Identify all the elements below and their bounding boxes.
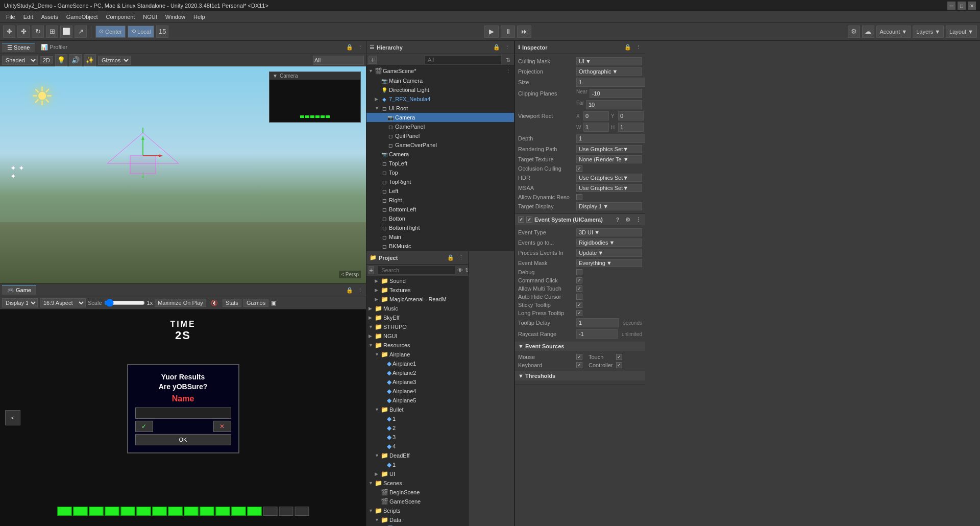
- proj-deadeff1[interactable]: ◆ 1: [366, 460, 468, 469]
- occlusion-checkbox[interactable]: [576, 165, 582, 172]
- proj-music[interactable]: ▶📁 Music: [366, 304, 468, 313]
- transform-tool[interactable]: ↗: [75, 26, 87, 38]
- event-mask-value[interactable]: Everything ▼: [576, 259, 642, 267]
- maximize-button[interactable]: Maximize On Play: [155, 299, 206, 307]
- step-button[interactable]: ⏭: [517, 26, 531, 38]
- center-button[interactable]: ⊙ Center: [95, 26, 126, 38]
- debug-checkbox[interactable]: [576, 269, 582, 275]
- stats-button[interactable]: Stats: [223, 299, 241, 307]
- gizmos-game-button[interactable]: Gizmos: [243, 299, 268, 307]
- dynamic-reso-checkbox[interactable]: [576, 194, 582, 200]
- rendering-path-value[interactable]: Use Graphics Set▼: [576, 145, 642, 153]
- hierarchy-filter-icon[interactable]: ⇅: [504, 56, 512, 64]
- audio-icon[interactable]: 🔊: [69, 54, 82, 66]
- tooltip-delay-input[interactable]: 1: [576, 318, 619, 327]
- menu-help[interactable]: Help: [189, 13, 209, 21]
- tree-right[interactable]: ◻ Right: [366, 196, 514, 205]
- tree-ui-root[interactable]: ▼ ◻ UI Root: [366, 104, 514, 113]
- mute-icon[interactable]: 🔇: [208, 299, 220, 307]
- project-search[interactable]: [378, 266, 455, 275]
- tree-bkmusic[interactable]: ◻ BKMusic: [366, 242, 514, 251]
- tree-topleft[interactable]: ◻ TopLeft: [366, 159, 514, 168]
- w-input[interactable]: 1: [583, 123, 609, 132]
- tree-rfx-nebula[interactable]: ▶ ◆ 7_RFX_Nebula4: [366, 94, 514, 104]
- hierarchy-search[interactable]: [424, 55, 502, 64]
- tree-topright[interactable]: ◻ TopRight: [366, 177, 514, 186]
- near-input[interactable]: -10: [590, 89, 642, 98]
- hand-tool[interactable]: ✥: [3, 26, 15, 38]
- sticky-tooltip-checkbox[interactable]: [576, 302, 582, 308]
- multi-touch-checkbox[interactable]: [576, 285, 582, 292]
- tree-camera-selected[interactable]: 📷 Camera: [366, 113, 514, 122]
- command-click-checkbox[interactable]: [576, 277, 582, 283]
- tree-botton[interactable]: ◻ Botton: [366, 214, 514, 223]
- event-sources-header[interactable]: ▼ Event Sources: [515, 342, 645, 351]
- close-button[interactable]: ✕: [968, 2, 976, 10]
- process-events-value[interactable]: Update ▼: [576, 249, 642, 257]
- mouse-checkbox[interactable]: [576, 354, 582, 360]
- proj-bullet2[interactable]: ◆ 2: [366, 423, 468, 433]
- proj-scripts[interactable]: ▼📁 Scripts: [366, 506, 468, 515]
- x-input[interactable]: 0: [583, 111, 609, 121]
- proj-sthupo[interactable]: ▼📁 STHUPO: [366, 322, 468, 331]
- tree-bottomleft[interactable]: ◻ BottomLeft: [366, 205, 514, 214]
- inspector-lock-icon[interactable]: 🔒: [624, 43, 632, 52]
- proj-deadeff[interactable]: ▼📁 DeadEff: [366, 451, 468, 460]
- tree-gamescene[interactable]: ▼ 🎬 GameScene* ⋮: [366, 66, 514, 76]
- event-system-options-icon[interactable]: ⚙: [624, 216, 632, 224]
- back-arrow-button[interactable]: <: [5, 410, 20, 425]
- event-type-value[interactable]: 3D UI ▼: [576, 228, 642, 236]
- hierarchy-add-button[interactable]: +: [369, 56, 377, 64]
- menu-assets[interactable]: Assets: [37, 13, 62, 21]
- proj-data[interactable]: ▼📁 Data: [366, 515, 468, 524]
- proj-skyeff[interactable]: ▶📁 SkyEff: [366, 313, 468, 322]
- eye-icon[interactable]: 👁: [457, 266, 463, 274]
- event-system-help-icon[interactable]: ?: [614, 216, 622, 224]
- project-lock-icon[interactable]: 🔒: [447, 254, 455, 262]
- dialog-ok-button[interactable]: OK: [135, 434, 231, 445]
- options-icon[interactable]: ⋮: [356, 43, 364, 52]
- target-texture-value[interactable]: None (Render Te ▼: [576, 155, 642, 163]
- proj-airplane3[interactable]: ◆ Airplane3: [366, 377, 468, 387]
- menu-ngui[interactable]: NGUI: [139, 13, 161, 21]
- play-button[interactable]: ▶: [484, 26, 499, 38]
- menu-component[interactable]: Component: [102, 13, 139, 21]
- msaa-value[interactable]: Use Graphics Set▼: [576, 184, 642, 192]
- aspect-ratio-icon[interactable]: ▣: [271, 299, 277, 307]
- tab-profiler[interactable]: 📊 Profiler: [36, 43, 72, 52]
- project-add-button[interactable]: +: [369, 266, 374, 274]
- events-goto-value[interactable]: Rigidbodies ▼: [576, 238, 642, 247]
- tree-main[interactable]: ◻ Main: [366, 232, 514, 242]
- proj-bullet4[interactable]: ◆ 4: [366, 442, 468, 451]
- minimize-button[interactable]: ─: [947, 2, 955, 10]
- tree-top[interactable]: ◻ Top: [366, 168, 514, 177]
- long-press-checkbox[interactable]: [576, 310, 582, 316]
- depth-input[interactable]: 1: [576, 134, 645, 143]
- proj-bullet1[interactable]: ◆ 1: [366, 414, 468, 423]
- rotate-tool[interactable]: ↻: [32, 26, 44, 38]
- game-lock-icon[interactable]: 🔒: [346, 286, 354, 294]
- culling-mask-value[interactable]: UI ▼: [576, 57, 642, 65]
- event-system-menu-icon[interactable]: ⋮: [634, 216, 642, 224]
- tree-gameover-panel[interactable]: ◻ GameOverPanel: [366, 140, 514, 150]
- maximize-button[interactable]: □: [958, 2, 966, 10]
- dialog-input[interactable]: [135, 408, 231, 419]
- 2d-button[interactable]: 2D: [40, 56, 53, 64]
- tab-scene[interactable]: ☰ Scene: [2, 43, 35, 52]
- proj-airplane[interactable]: ▼📁 Airplane: [366, 350, 468, 359]
- effects-icon[interactable]: ✨: [84, 54, 96, 66]
- thresholds-header[interactable]: ▼ Thresholds: [515, 371, 645, 380]
- proj-ngui[interactable]: ▶📁 NGUI: [366, 331, 468, 341]
- local-button[interactable]: ⟲ Local: [128, 26, 154, 38]
- proj-sound[interactable]: ▶📁 Sound: [366, 276, 468, 285]
- layout-dropdown[interactable]: Layout ▼: [946, 26, 977, 38]
- account-dropdown[interactable]: Account ▼: [876, 26, 911, 38]
- hierarchy-options-icon[interactable]: ⋮: [503, 43, 511, 52]
- scale-slider[interactable]: [104, 298, 145, 307]
- tab-game[interactable]: 🎮 Game: [2, 285, 36, 295]
- event-system-enabled[interactable]: [518, 217, 524, 223]
- lock-icon[interactable]: 🔒: [346, 43, 354, 52]
- layers-dropdown[interactable]: Layers ▼: [913, 26, 944, 38]
- size-input[interactable]: 1: [576, 78, 645, 87]
- gizmos-select[interactable]: Gizmos: [98, 56, 131, 65]
